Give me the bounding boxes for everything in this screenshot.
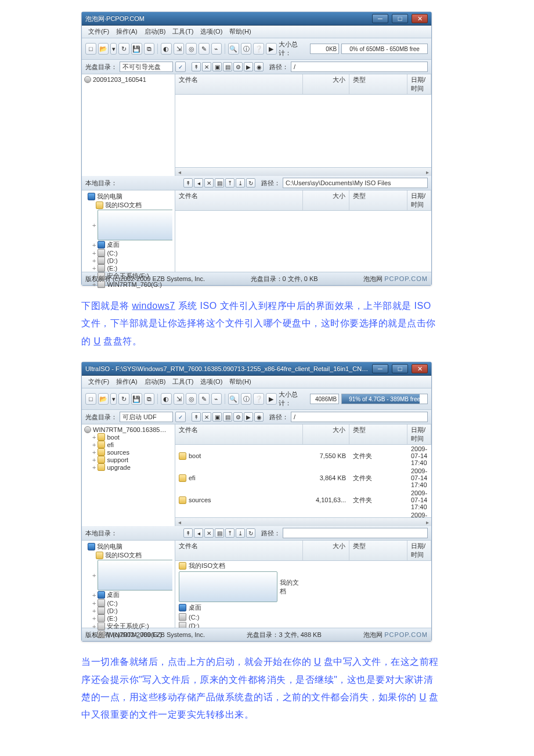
tb-iso-icon[interactable]: ◐ [161, 393, 172, 405]
tb-save-icon[interactable]: 💾 [131, 393, 142, 405]
disc-dir-refresh-icon[interactable]: ✓ [175, 412, 186, 422]
tree-node[interactable]: +support [84, 456, 172, 463]
col-type[interactable]: 类型 [349, 190, 407, 210]
col-name[interactable]: 文件名 [175, 190, 303, 210]
tree-node[interactable]: 我的ISO文档 [84, 551, 172, 560]
tb-dropdown-icon[interactable]: ▾ [110, 393, 117, 405]
mi-newf-icon[interactable]: ▣ [212, 62, 222, 71]
maximize-button[interactable]: □ [392, 14, 408, 23]
local-tree-pane[interactable]: 我的电脑 我的ISO文档+我的文档+桌面+(C:)+(D:)+(E:)+安全王系… [82, 190, 175, 272]
close-button[interactable]: ✕ [412, 364, 428, 373]
menu-tools[interactable]: 工具(T) [169, 27, 196, 37]
mi-add-icon[interactable]: ⤒ [225, 528, 234, 538]
tree-toggle-icon[interactable]: + [92, 572, 96, 579]
minimize-button[interactable]: ─ [372, 364, 388, 373]
disc-tree-pane[interactable]: WIN7RTM_7600.16385_X86-64_CN-EN +boot+ef… [82, 424, 175, 526]
list-item[interactable]: (D:) [175, 621, 431, 628]
tree-toggle-icon[interactable]: + [92, 615, 96, 622]
tb-refresh-icon[interactable]: ↻ [118, 43, 129, 55]
path-field[interactable]: / [291, 412, 428, 422]
file-list[interactable]: 我的ISO文档我的文档桌面(C:)(D:)(E:)安全王系统(F:)WIN7RT… [175, 561, 431, 628]
tree-node[interactable]: +(C:) [84, 249, 172, 257]
mi-prop-icon[interactable]: ⚙ [233, 62, 243, 71]
mi-up-icon[interactable]: ↟ [192, 62, 201, 71]
col-name[interactable]: 文件名 [175, 424, 303, 444]
tree-node[interactable]: +安全王系统(F:) [84, 622, 172, 631]
tb-info-icon[interactable]: ⓘ [241, 393, 252, 405]
disc-dir-field[interactable]: 可启动 UDF [120, 412, 173, 422]
mi-view-icon[interactable]: ▤ [223, 412, 232, 422]
tree-node[interactable]: +桌面 [84, 591, 172, 599]
col-size[interactable]: 大小 [303, 190, 349, 210]
menu-action[interactable]: 操作(A) [113, 377, 140, 387]
tb-burn-icon[interactable]: ✎ [199, 43, 210, 55]
menu-boot[interactable]: 启动(B) [142, 27, 169, 37]
tree-node[interactable]: +efi [84, 441, 172, 448]
col-type[interactable]: 类型 [349, 424, 407, 444]
mi-up-icon[interactable]: ↟ [183, 528, 193, 538]
usage-bar[interactable]: 91% of 4.7GB - 389MB free [341, 394, 428, 404]
tree-root[interactable]: WIN7RTM_7600.16385_X86-64_CN-EN [84, 426, 172, 433]
tree-toggle-icon[interactable]: + [92, 456, 96, 463]
col-size[interactable]: 大小 [303, 541, 349, 560]
menu-file[interactable]: 文件(F) [85, 27, 112, 37]
tree-node[interactable]: +桌面 [84, 240, 172, 249]
tree-toggle-icon[interactable]: + [92, 607, 96, 614]
column-headers[interactable]: 文件名 大小 类型 日期/时间 [175, 541, 431, 561]
menu-options[interactable]: 选项(O) [197, 27, 225, 37]
column-headers[interactable]: 文件名 大小 类型 日期/时间 [175, 424, 431, 445]
tree-toggle-icon[interactable] [84, 543, 86, 550]
tree-node[interactable]: 我的ISO文档 [84, 201, 172, 210]
tree-toggle-icon[interactable]: + [92, 265, 96, 272]
tree-toggle-icon[interactable] [84, 193, 86, 200]
tb-compress-icon[interactable]: ⇲ [174, 43, 185, 55]
tb-calc-icon[interactable]: ⌁ [211, 393, 222, 405]
menu-help[interactable]: 帮助(H) [226, 27, 254, 37]
tree-node[interactable]: +(D:) [84, 257, 172, 264]
tb-burn-icon[interactable]: ✎ [199, 393, 210, 405]
tb-save-icon[interactable]: 💾 [131, 43, 142, 55]
tree-toggle-icon[interactable]: + [92, 449, 96, 456]
mi-cd-icon[interactable]: ◉ [254, 412, 264, 422]
tree-toggle-icon[interactable] [92, 202, 94, 209]
tree-toggle-icon[interactable]: + [92, 464, 96, 471]
col-type[interactable]: 类型 [349, 541, 407, 560]
mi-del-icon[interactable]: ✕ [202, 62, 211, 71]
mi-go-icon[interactable]: ▶ [244, 412, 253, 422]
mi-ref-icon[interactable]: ↻ [246, 178, 255, 188]
menu-tools[interactable]: 工具(T) [169, 377, 196, 387]
tb-help-icon[interactable]: ❔ [253, 393, 264, 405]
mi-del-icon[interactable]: ✕ [204, 528, 214, 538]
file-list[interactable] [175, 211, 431, 272]
column-headers[interactable]: 文件名 大小 类型 日期/时间 [175, 74, 431, 95]
link-u[interactable]: U [419, 692, 426, 702]
totals-field[interactable]: 0KB [310, 44, 339, 54]
mi-ref-icon[interactable]: ↻ [246, 528, 255, 538]
mi-add-icon[interactable]: ⤒ [225, 178, 234, 188]
disc-tree-pane[interactable]: 20091203_160541 [82, 74, 175, 176]
disc-dir-refresh-icon[interactable]: ✓ [175, 62, 186, 72]
tree-toggle-icon[interactable]: + [92, 434, 96, 441]
tb-go-icon[interactable]: ▶ [266, 43, 277, 55]
list-item[interactable]: support27,857 KB文件夹2009-07-14 17:40 [175, 511, 431, 517]
maximize-button[interactable]: □ [392, 364, 408, 373]
mi-ext-icon[interactable]: ⤓ [236, 528, 245, 538]
col-date[interactable]: 日期/时间 [407, 541, 431, 560]
tree-toggle-icon[interactable]: + [92, 600, 96, 607]
tree-node[interactable]: +我的文档 [84, 210, 172, 240]
tree-toggle-icon[interactable] [92, 552, 94, 559]
mi-up-icon[interactable]: ↟ [183, 178, 193, 188]
tb-new-icon[interactable]: □ [85, 393, 96, 405]
link-u[interactable]: U [93, 336, 100, 346]
list-item[interactable]: (C:) [175, 613, 431, 621]
tb-find-icon[interactable]: 🔍 [228, 43, 239, 55]
tb-open-icon[interactable]: 📂 [98, 393, 109, 405]
mi-prop-icon[interactable]: ⚙ [233, 412, 243, 422]
col-date[interactable]: 日期/时间 [407, 74, 431, 94]
tb-mount-icon[interactable]: ◎ [186, 393, 197, 405]
tb-calc-icon[interactable]: ⌁ [211, 43, 222, 55]
list-item[interactable]: efi3,864 KB文件夹2009-07-14 17:40 [175, 467, 431, 489]
mi-back-icon[interactable]: ◂ [194, 528, 203, 538]
tree-node[interactable]: +(C:) [84, 599, 172, 607]
tree-node[interactable]: +(E:) [84, 264, 172, 272]
